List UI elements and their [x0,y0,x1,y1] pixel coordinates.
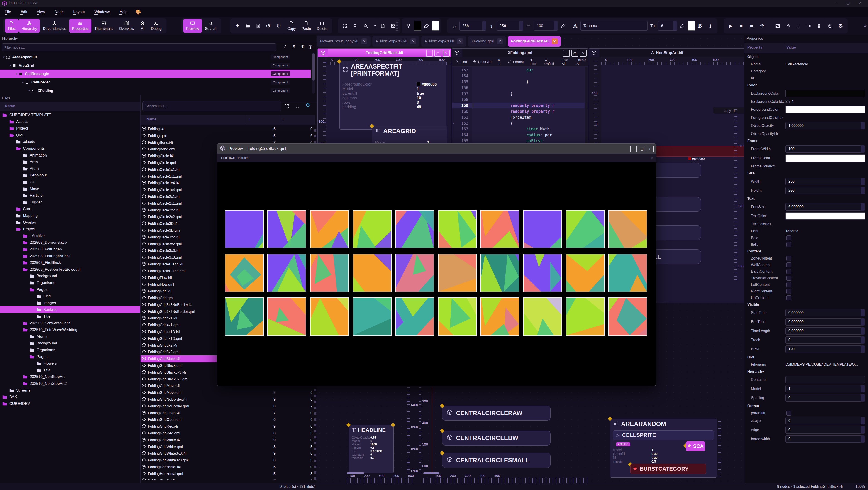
filter-freeze-icon[interactable]: ❄ [301,44,305,49]
height-input[interactable]: 256 [497,21,523,31]
preview-maximize-button[interactable]: ▢ [639,146,645,152]
tree-item-202510_nonstopart[interactable]: 202510_NonStopArt [0,373,140,380]
delete-button[interactable]: Delete [314,19,330,33]
hierarchy-node-areagrid[interactable]: ▾AreaGridComponent [0,61,311,70]
node-sca[interactable]: SCA [686,441,705,451]
filter-check-icon[interactable]: ✓ [283,44,287,49]
tab-flowersdown-copy-i4i[interactable]: FlowersDown_copy.i4i✕ [317,36,371,47]
art-thumbnail[interactable] [267,210,306,248]
file-search-input[interactable] [143,101,281,111]
prop-checkbox[interactable] [786,289,792,294]
file-row[interactable]: FoldingGridWhite3x3.i4i90 [141,450,314,457]
caret-icon[interactable]: ▾ [22,81,24,84]
code-line[interactable]: 154 [452,73,588,79]
node-centralcircleraw[interactable]: CENTRALCIRCLERAW [442,406,551,421]
art-thumbnail[interactable] [438,254,477,292]
nib-icon[interactable] [677,20,687,32]
italic-button[interactable]: I [705,20,716,32]
prop-spinner[interactable] [861,327,865,335]
file-row[interactable]: FoldingGridOpen.qml66 [141,416,314,423]
art-thumbnail[interactable] [523,210,562,248]
file-row[interactable]: FoldingGridRed.i4i90 [141,423,314,430]
tree-item-project[interactable]: Project [0,125,140,132]
code-line[interactable]: 165onFirst: [452,138,588,144]
tab-close-icon[interactable]: ✕ [552,38,558,44]
tree-item-organisms[interactable]: Organisms [0,279,140,286]
tab-close-icon[interactable]: ✕ [497,38,503,44]
art-thumbnail[interactable] [480,297,520,336]
tree-item-move[interactable]: Move [0,186,140,192]
height-arrow-icon[interactable]: ↕ [486,20,497,32]
prop-input[interactable]: 0,000000 [785,309,865,316]
fit-icon[interactable] [340,20,350,32]
code-line[interactable]: 155} [452,79,588,85]
grid-spinner[interactable] [554,21,558,30]
toolbar-toggle-debug[interactable]: Debug [148,19,165,33]
hierarchy-node-xfolding[interactable]: ▾XFoldingComponent [0,86,311,95]
font-size-input[interactable]: 6 [658,21,677,31]
prop-input[interactable] [785,376,865,384]
art-thumbnail[interactable] [395,210,434,248]
menu-node[interactable]: Node [50,7,69,17]
tree-item-images[interactable]: Images [0,300,140,306]
art-thumbnail[interactable] [480,254,520,292]
text-color-swatch[interactable] [687,21,695,31]
art-thumbnail[interactable] [566,297,605,336]
tab-foldinggridblack-i4i[interactable]: FoldingGridBlack.i4i✕ [508,36,560,47]
prop-input[interactable]: 0 [785,336,865,344]
art-thumbnail[interactable] [566,254,605,292]
col-sort-up[interactable]: ↑ [248,117,250,121]
prop-checkbox[interactable] [786,276,792,281]
art-thumbnail[interactable] [395,254,434,292]
list-icon[interactable]: ≣ [746,20,757,32]
close-button[interactable]: ✕ [443,50,450,57]
maximize-button[interactable]: ▢ [434,50,441,57]
art-thumbnail[interactable] [352,210,392,248]
preview-minimize-button[interactable]: – [630,146,637,152]
width-arrow-icon[interactable]: ↔ [449,20,459,32]
tree-item-202508_faltungen[interactable]: 202508_Faltungen [0,246,140,253]
art-thumbnail[interactable] [310,297,349,336]
grid-input[interactable]: 100 [534,21,558,31]
file-row[interactable]: Folding.qml56 [141,132,314,139]
tree-item-mapping[interactable]: Mapping [0,212,140,219]
close-button[interactable]: ✕ [580,50,587,57]
code-tool-fold[interactable]: ▼ Fold [530,58,538,66]
tree-item-202509_schwereslicht[interactable]: 202509_SchweresLicht [0,320,140,327]
width-input[interactable]: 256 [459,21,486,31]
file-row[interactable]: FoldingGridNoBorder.i4i90 [141,396,314,403]
art-thumbnail[interactable] [608,297,647,336]
tree-item-overlay[interactable]: Overlay [0,219,140,226]
file-row[interactable]: FoldingGridRed.qml85 [141,430,314,437]
preview-window[interactable]: Preview – FoldingGridBlack.qml – ▢ ✕ Fol… [217,143,656,386]
prop-spinner[interactable] [861,145,865,153]
code-line[interactable]: 161ForceItem [452,114,588,120]
node-centralcirclesmall[interactable]: CENTRALCIRCLESMALL [442,453,551,468]
tree-item-assets[interactable]: Assets [0,118,140,125]
art-thumbnail[interactable] [523,297,562,336]
menu-view[interactable]: View [32,7,50,17]
art-thumbnail[interactable] [267,254,306,292]
tree-item-202510_nonstopart2[interactable]: 202510_NonStopArt2 [0,380,140,387]
hierarchy-scrollbar[interactable] [312,53,315,94]
caret-icon[interactable]: ▾ [3,56,4,59]
code-tool-unfoldall[interactable]: Unfold All [577,58,588,66]
tree-item-qml[interactable]: QML [0,132,140,139]
preview-titlebar[interactable]: Preview – FoldingGridBlack.qml – ▢ ✕ [217,144,656,154]
node-burstcategory[interactable]: BURSTCATEGORY [630,464,706,474]
col-name[interactable]: Name [147,117,156,121]
code-line[interactable]: 159readonly property r [452,102,588,109]
art-thumbnail[interactable] [310,254,349,292]
art-thumbnail[interactable] [352,297,392,336]
font-icon[interactable]: A [570,20,581,32]
image-icon[interactable] [772,20,783,32]
tab-a-nonstopart2-i4i[interactable]: A_NonStopArt2.i4i✕ [372,36,420,47]
camera-icon[interactable] [804,20,814,32]
settings-gear-icon[interactable]: ⚙ [835,20,846,32]
copy-button[interactable]: Copy [284,19,299,33]
pencil-icon[interactable] [558,20,568,32]
panel-flip-icon[interactable] [378,20,388,32]
grid-size-icon[interactable] [523,20,534,32]
tree-item-background[interactable]: Background [0,273,140,279]
prop-input[interactable]: 6,000000 [785,203,865,211]
